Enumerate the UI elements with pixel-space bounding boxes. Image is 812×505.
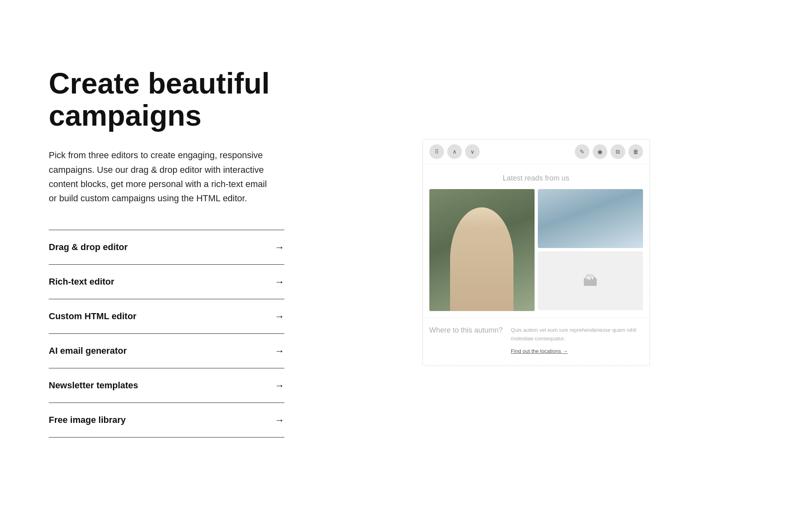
edit-button[interactable]: ✎	[575, 144, 589, 159]
feature-item-newsletter[interactable]: Newsletter templates→	[49, 368, 284, 403]
feature-item-rich-text[interactable]: Rich-text editor→	[49, 265, 284, 299]
copy-button[interactable]: ⧉	[611, 144, 625, 159]
chevron-down-icon: ∨	[470, 148, 474, 155]
email-content-body: Quis autem vel eum iure reprehenderiesse…	[511, 326, 643, 355]
email-body: Latest reads from us 🏔	[423, 164, 650, 365]
email-content-text: Quis autem vel eum iure reprehenderiesse…	[511, 327, 637, 342]
person-image-left	[429, 189, 535, 311]
edit-icon: ✎	[580, 148, 585, 155]
feature-item-ai-email[interactable]: AI email generator→	[49, 334, 284, 368]
email-preview: ⠿ ∧ ∨ ✎ ◉ ⧉	[422, 139, 650, 366]
arrow-right-icon-free-image: →	[275, 414, 284, 426]
main-heading: Create beautiful campaigns	[49, 67, 284, 132]
email-images-right-col: 🏔	[538, 189, 643, 311]
email-content-link[interactable]: Find out the locations →	[511, 347, 643, 356]
arrow-right-icon-drag-drop: →	[275, 242, 284, 253]
person-image-right	[538, 189, 643, 248]
drag-icon: ⠿	[435, 148, 439, 155]
copy-icon: ⧉	[616, 148, 620, 155]
feature-label-newsletter: Newsletter templates	[49, 380, 138, 391]
email-image-right-top	[538, 189, 643, 248]
email-images-grid: 🏔	[423, 189, 650, 318]
email-preview-heading: Latest reads from us	[423, 164, 650, 189]
feature-item-drag-drop[interactable]: Drag & drop editor→	[49, 230, 284, 265]
email-content-label: Where to this autumn?	[429, 326, 503, 335]
delete-button[interactable]: 🗑	[628, 144, 643, 159]
feature-item-custom-html[interactable]: Custom HTML editor→	[49, 299, 284, 334]
feature-label-ai-email: AI email generator	[49, 346, 127, 356]
left-panel: Create beautiful campaigns Pick from thr…	[49, 67, 309, 438]
feature-label-custom-html: Custom HTML editor	[49, 311, 136, 322]
move-down-button[interactable]: ∨	[465, 144, 480, 159]
feature-label-drag-drop: Drag & drop editor	[49, 242, 128, 252]
chevron-up-icon: ∧	[453, 148, 457, 155]
email-content-row: Where to this autumn? Quis autem vel eum…	[423, 318, 650, 365]
right-panel: ⠿ ∧ ∨ ✎ ◉ ⧉	[309, 139, 763, 366]
email-image-placeholder: 🏔	[538, 251, 643, 310]
arrow-right-icon-ai-email: →	[275, 345, 284, 357]
page-container: Create beautiful campaigns Pick from thr…	[0, 0, 812, 505]
email-image-left	[429, 189, 535, 311]
move-up-button[interactable]: ∧	[447, 144, 462, 159]
toolbar-left: ⠿ ∧ ∨	[429, 144, 480, 159]
feature-label-free-image: Free image library	[49, 415, 126, 425]
description: Pick from three editors to create engagi…	[49, 148, 276, 205]
arrow-right-icon-custom-html: →	[275, 311, 284, 322]
feature-list: Drag & drop editor→Rich-text editor→Cust…	[49, 230, 284, 438]
feature-label-rich-text: Rich-text editor	[49, 276, 114, 287]
arrow-right-icon-rich-text: →	[275, 276, 284, 287]
arrow-right-icon-newsletter: →	[275, 380, 284, 391]
drag-button[interactable]: ⠿	[429, 144, 444, 159]
trash-icon: 🗑	[633, 148, 639, 155]
image-placeholder-icon: 🏔	[583, 272, 598, 290]
toolbar-row: ⠿ ∧ ∨ ✎ ◉ ⧉	[423, 139, 650, 164]
eye-icon: ◉	[598, 148, 602, 155]
toolbar-right: ✎ ◉ ⧉ 🗑	[575, 144, 643, 159]
preview-button[interactable]: ◉	[593, 144, 607, 159]
feature-item-free-image[interactable]: Free image library→	[49, 403, 284, 438]
